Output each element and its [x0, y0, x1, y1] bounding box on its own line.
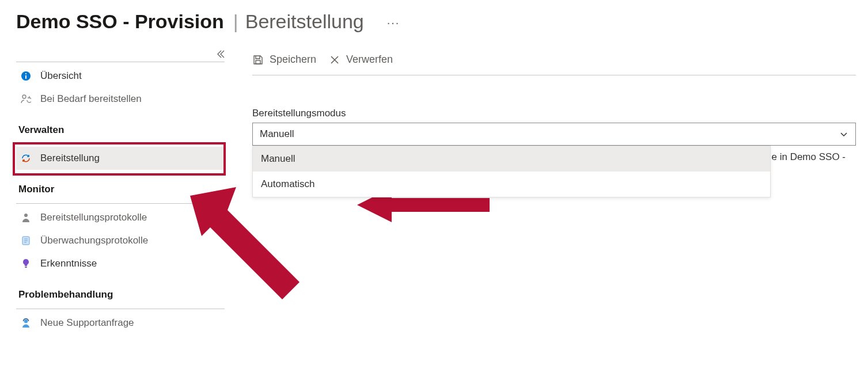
dropdown-option-automatic[interactable]: Automatisch	[253, 172, 770, 197]
page-title: Bereitstellung	[245, 10, 364, 33]
sidebar-divider	[16, 203, 225, 204]
notebook-icon	[20, 235, 32, 246]
save-button[interactable]: Speichern	[252, 54, 316, 66]
person-log-icon	[20, 212, 32, 223]
save-icon	[252, 54, 264, 66]
sidebar-item-label: Bereitstellungsprotokolle	[40, 212, 147, 223]
svg-point-4	[24, 214, 28, 217]
obscured-description-text: e in Demo SSO -	[772, 151, 846, 163]
support-person-icon	[20, 318, 32, 328]
sidebar-item-label: Bereitstellung	[40, 153, 100, 164]
provisioning-mode-select[interactable]: Manuell	[252, 123, 856, 146]
svg-rect-9	[25, 267, 27, 268]
provisioning-mode-dropdown: Manuell Automatisch	[252, 146, 771, 197]
sidebar: Übersicht Bei Bedarf bereitstellen Verwa…	[16, 54, 225, 334]
sidebar-item-provisioning[interactable]: Bereitstellung	[16, 147, 225, 170]
sidebar-item-label: Bei Bedarf bereitstellen	[40, 93, 142, 105]
select-value: Manuell	[260, 128, 294, 140]
sidebar-item-label: Überwachungsprotokolle	[40, 235, 148, 246]
main-pane: Speichern Verwerfen e in Demo SSO - Bere…	[225, 54, 856, 334]
chevron-down-icon	[839, 130, 848, 139]
close-icon	[329, 54, 340, 66]
sidebar-item-overview[interactable]: Übersicht	[16, 64, 225, 88]
title-divider: |	[233, 10, 238, 33]
info-icon	[20, 71, 32, 81]
sidebar-item-insights[interactable]: Erkenntnisse	[16, 252, 225, 275]
sidebar-divider	[16, 62, 225, 62]
svg-rect-2	[25, 73, 26, 74]
page-header: Demo SSO - Provision | Bereitstellung ··…	[0, 0, 868, 36]
lightbulb-icon	[20, 258, 32, 269]
svg-rect-1	[25, 75, 26, 79]
svg-rect-11	[256, 60, 260, 64]
svg-point-10	[24, 319, 28, 323]
toolbar-label: Speichern	[270, 54, 316, 66]
provisioning-mode-label: Bereitstellungsmodus	[252, 108, 856, 119]
sidebar-section-header-manage: Verwalten	[16, 111, 225, 139]
svg-point-3	[22, 95, 26, 98]
more-actions-button[interactable]: ···	[387, 16, 400, 29]
sidebar-item-label: Neue Supportanfrage	[40, 317, 134, 329]
person-refresh-icon	[20, 94, 32, 104]
sidebar-item-audit-logs[interactable]: Überwachungsprotokolle	[16, 229, 225, 252]
sidebar-divider	[16, 144, 225, 144]
app-title: Demo SSO - Provision	[16, 10, 224, 33]
toolbar-label: Verwerfen	[346, 54, 393, 66]
toolbar: Speichern Verwerfen	[252, 54, 856, 75]
provision-cycle-icon	[20, 153, 32, 163]
sidebar-item-provisioning-logs[interactable]: Bereitstellungsprotokolle	[16, 206, 225, 229]
discard-button[interactable]: Verwerfen	[329, 54, 393, 66]
dropdown-option-manual[interactable]: Manuell	[253, 146, 770, 172]
sidebar-divider	[16, 309, 225, 309]
sidebar-item-on-demand-provision[interactable]: Bei Bedarf bereitstellen	[16, 88, 225, 111]
sidebar-item-label: Übersicht	[40, 70, 82, 82]
sidebar-item-new-support-request[interactable]: Neue Supportanfrage	[16, 311, 225, 334]
sidebar-item-label: Erkenntnisse	[40, 258, 97, 269]
sidebar-section-header-monitor: Monitor	[16, 170, 225, 199]
sidebar-section-header-troubleshoot: Problembehandlung	[16, 275, 225, 304]
